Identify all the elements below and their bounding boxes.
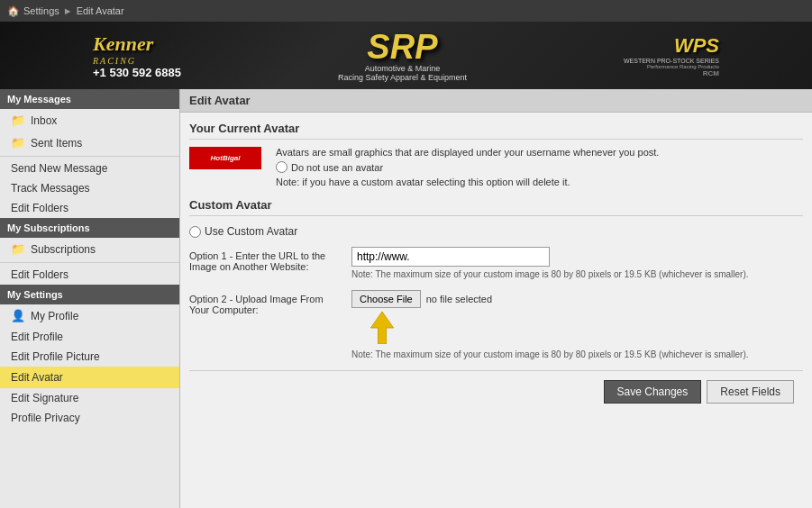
sidebar-item-edit-avatar[interactable]: Edit Avatar — [0, 367, 179, 388]
sidebar-my-settings-section: My Settings 👤 My Profile Edit Profile Ed… — [0, 285, 179, 428]
yellow-arrow-icon — [370, 312, 395, 347]
content-body: Your Current Avatar HotBigal Avatars are… — [180, 113, 812, 422]
kenner-name: Kenner — [93, 32, 153, 56]
breadcrumb-separator: ► — [63, 5, 73, 16]
avatar-info-col: Avatars are small graphics that are disp… — [276, 147, 803, 187]
no-file-label: no file selected — [426, 294, 492, 304]
no-avatar-radio[interactable] — [276, 161, 287, 173]
do-not-use-label: Do not use an avatar — [291, 162, 383, 173]
divider2 — [0, 262, 179, 263]
sidebar-item-sent[interactable]: 📁 Sent Items — [0, 132, 179, 154]
edit-profile-label: Edit Profile — [11, 331, 63, 343]
custom-avatar-section: Use Custom Avatar Option 1 - Enter the U… — [189, 225, 803, 359]
main-layout: My Messages 📁 Inbox 📁 Sent Items Send Ne… — [0, 89, 812, 508]
avatar-current-section: HotBigal Avatars are small graphics that… — [189, 147, 803, 187]
sidebar-item-edit-signature[interactable]: Edit Signature — [0, 388, 179, 408]
upload-note: Note: The maximum size of your custom im… — [351, 349, 803, 359]
sent-folder-icon: 📁 — [11, 136, 25, 150]
sidebar-item-profile-privacy[interactable]: Profile Privacy — [0, 408, 179, 428]
edit-folders-msg-label: Edit Folders — [11, 202, 68, 214]
avatar-note: Note: if you have a custom avatar select… — [276, 177, 803, 187]
content-header: Edit Avatar — [180, 89, 812, 113]
sidebar: My Messages 📁 Inbox 📁 Sent Items Send Ne… — [0, 89, 180, 508]
avatar-image-col: HotBigal — [189, 147, 261, 187]
my-profile-label: My Profile — [31, 310, 78, 322]
sidebar-item-edit-profile-picture[interactable]: Edit Profile Picture — [0, 347, 179, 367]
option1-row: Option 1 - Enter the URL to the Image on… — [189, 247, 803, 279]
file-upload-row: Choose File no file selected — [351, 290, 803, 308]
url-note: Note: The maximum size of your custom im… — [351, 269, 803, 279]
svg-marker-0 — [370, 312, 393, 344]
use-custom-label: Use Custom Avatar — [205, 225, 297, 238]
home-icon: 🏠 — [7, 5, 20, 17]
wps-logo: WPS — [674, 34, 719, 58]
use-custom-row: Use Custom Avatar — [189, 225, 803, 238]
custom-avatar-title: Custom Avatar — [189, 198, 803, 216]
do-not-use-row: Do not use an avatar — [276, 161, 803, 173]
avatar-image: HotBigal — [189, 147, 261, 169]
track-label: Track Messages — [11, 182, 90, 195]
breadcrumb: 🏠 Settings ► Edit Avatar — [7, 5, 124, 17]
top-bar: 🏠 Settings ► Edit Avatar — [0, 0, 812, 22]
wps-sub: WESTERN PRO-STOCK SERIES — [624, 58, 719, 64]
option2-label: Option 2 - Upload Image From Your Comput… — [189, 290, 351, 315]
sent-label: Sent Items — [31, 137, 82, 150]
save-button[interactable]: Save Changes — [604, 380, 702, 404]
banner-wps: WPS WESTERN PRO-STOCK SERIES Performance… — [624, 34, 719, 77]
my-settings-header: My Settings — [0, 285, 179, 304]
option1-input-area: Note: The maximum size of your custom im… — [351, 247, 803, 279]
breadcrumb-current: Edit Avatar — [77, 5, 124, 16]
inbox-folder-icon: 📁 — [11, 113, 25, 127]
srp-logo: SRP — [367, 30, 437, 64]
choose-file-button[interactable]: Choose File — [351, 290, 421, 308]
srp-line1: Automotive & Marine — [365, 64, 441, 73]
sidebar-item-send-new[interactable]: Send New Message — [0, 159, 179, 178]
content-area: Edit Avatar Your Current Avatar HotBigal… — [180, 89, 812, 508]
arrow-hint — [370, 312, 803, 347]
my-messages-header: My Messages — [0, 89, 179, 109]
avatar-img-text: HotBigal — [211, 154, 241, 162]
edit-profile-picture-label: Edit Profile Picture — [11, 350, 100, 363]
kenner-racing: RACING — [93, 56, 136, 66]
profile-person-icon: 👤 — [11, 309, 25, 322]
edit-folders-sub-label: Edit Folders — [11, 268, 68, 281]
url-input[interactable] — [351, 247, 550, 267]
sidebar-item-subscriptions[interactable]: 📁 Subscriptions — [0, 238, 179, 260]
banner-srp: SRP Automotive & Marine Racing Safety Ap… — [338, 30, 467, 82]
send-new-label: Send New Message — [11, 162, 107, 175]
edit-signature-label: Edit Signature — [11, 392, 78, 404]
sidebar-item-inbox[interactable]: 📁 Inbox — [0, 109, 179, 132]
rcm-label: RCM — [703, 69, 719, 77]
banner: Kenner RACING +1 530 592 6885 SRP Automo… — [0, 22, 812, 89]
action-bar: Save Changes Reset Fields — [189, 370, 803, 413]
option2-row: Option 2 - Upload Image From Your Comput… — [189, 290, 803, 359]
sidebar-item-edit-folders-sub[interactable]: Edit Folders — [0, 265, 179, 285]
use-custom-radio[interactable] — [189, 226, 201, 238]
avatar-description: Avatars are small graphics that are disp… — [276, 147, 803, 158]
option2-input-area: Choose File no file selected Note: The — [351, 290, 803, 359]
kenner-phone: +1 530 592 6885 — [93, 66, 181, 79]
breadcrumb-root[interactable]: Settings — [23, 5, 59, 16]
reset-button[interactable]: Reset Fields — [707, 380, 794, 404]
sidebar-item-edit-profile[interactable]: Edit Profile — [0, 327, 179, 347]
sub-folder-icon: 📁 — [11, 242, 25, 256]
sidebar-item-track[interactable]: Track Messages — [0, 178, 179, 198]
edit-avatar-label: Edit Avatar — [11, 371, 63, 384]
banner-kenner: Kenner RACING +1 530 592 6885 — [93, 32, 181, 79]
profile-privacy-label: Profile Privacy — [11, 412, 80, 424]
sidebar-my-subscriptions-section: My Subscriptions 📁 Subscriptions Edit Fo… — [0, 218, 179, 285]
sidebar-item-edit-folders-msg[interactable]: Edit Folders — [0, 198, 179, 218]
sidebar-my-messages-section: My Messages 📁 Inbox 📁 Sent Items Send Ne… — [0, 89, 179, 218]
srp-line2: Racing Safety Apparel & Equipment — [338, 73, 467, 82]
your-current-avatar-title: Your Current Avatar — [189, 122, 803, 140]
avatar-two-col: HotBigal Avatars are small graphics that… — [189, 147, 803, 187]
my-subscriptions-header: My Subscriptions — [0, 218, 179, 238]
divider1 — [0, 156, 179, 157]
option1-label: Option 1 - Enter the URL to the Image on… — [189, 247, 351, 272]
subscriptions-label: Subscriptions — [31, 243, 96, 256]
sidebar-item-my-profile[interactable]: 👤 My Profile — [0, 304, 179, 327]
inbox-label: Inbox — [31, 114, 57, 127]
